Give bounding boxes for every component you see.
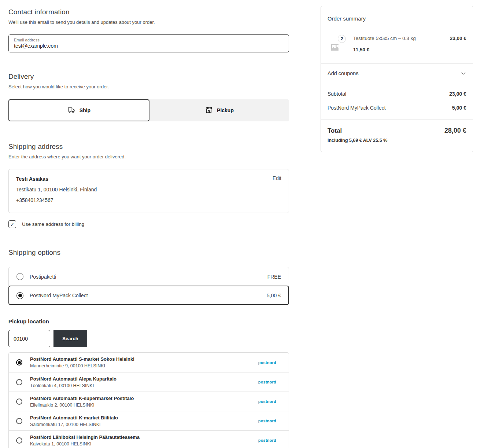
pickup-location-option[interactable]: PostNord Automaatti S-market Sokos Helsi… bbox=[9, 353, 289, 372]
pickup-location-name: PostNord Automaatti Alepa Kuparitalo bbox=[30, 376, 258, 382]
pickup-location-option[interactable]: PostNord Lähiboksi Helsingin Päärautatie… bbox=[9, 430, 289, 448]
address-street: Testikatu 1, 00100 Helsinki, Finland bbox=[16, 187, 281, 192]
subtotal-row: Subtotal 23,00 € bbox=[328, 87, 466, 101]
checkout-form: Contact information We'll use this email… bbox=[8, 8, 289, 448]
order-summary-title: Order summary bbox=[328, 15, 466, 22]
address-card: Testi Asiakas Testikatu 1, 00100 Helsink… bbox=[8, 169, 289, 213]
email-field-label: Email address bbox=[14, 38, 284, 42]
postnord-logo: postnord bbox=[258, 380, 276, 384]
pickup-location-option[interactable]: PostNord Automaatti K-market Biilitalo S… bbox=[9, 411, 289, 430]
email-field[interactable] bbox=[14, 43, 284, 49]
product-info: Testituote 5x5x5 cm – 0.3 kg 23,00 € 11,… bbox=[353, 35, 466, 52]
ship-toggle-label: Ship bbox=[79, 107, 90, 113]
postnord-logo: postnord bbox=[258, 419, 276, 423]
postnord-logo: postnord bbox=[258, 438, 276, 443]
product-unit-price: 11,50 € bbox=[353, 47, 466, 52]
shipping-option-price: FREE bbox=[267, 274, 281, 280]
pickup-location-list: PostNord Automaatti S-market Sokos Helsi… bbox=[8, 352, 289, 448]
product-line-total: 23,00 € bbox=[450, 36, 466, 41]
pickup-location-text: PostNord Automaatti K-market Biilitalo S… bbox=[30, 415, 258, 427]
pickup-location-title: Pickup location bbox=[8, 318, 289, 324]
shipping-options-list: Postipaketti FREE PostNord MyPack Collec… bbox=[8, 267, 289, 305]
pickup-location-text: PostNord Automaatti S-market Sokos Helsi… bbox=[30, 356, 258, 368]
address-name: Testi Asiakas bbox=[16, 176, 281, 182]
subtotal-value: 23,00 € bbox=[449, 91, 466, 97]
product-thumbnail-wrapper: 2 bbox=[328, 35, 346, 52]
contact-subtitle: We'll use this email to send you details… bbox=[8, 19, 289, 25]
tax-note: Including 5,69 € ALV 25.5 % bbox=[328, 138, 466, 143]
contact-title: Contact information bbox=[8, 8, 289, 16]
delivery-subtitle: Select how you would like to receive you… bbox=[8, 84, 289, 89]
delivery-section: Delivery Select how you would like to re… bbox=[8, 73, 289, 121]
chevron-down-icon bbox=[460, 70, 466, 76]
shipping-option-postipaketti[interactable]: Postipaketti FREE bbox=[9, 267, 289, 286]
grand-total-section: Total 28,00 € Including 5,69 € ALV 25.5 … bbox=[321, 119, 473, 152]
delivery-method-toggle: Ship Pickup bbox=[8, 99, 289, 121]
contact-section: Contact information We'll use this email… bbox=[8, 8, 289, 52]
postcode-input[interactable] bbox=[8, 330, 50, 347]
pickup-search-row: Search bbox=[8, 330, 289, 347]
pickup-location-text: PostNord Automaatti Alepa Kuparitalo Töö… bbox=[30, 376, 258, 388]
shipping-option-postnord-mypack[interactable]: PostNord MyPack Collect 5,00 € bbox=[9, 286, 289, 305]
radio-icon[interactable] bbox=[16, 418, 22, 424]
order-summary-header: Order summary bbox=[321, 6, 473, 22]
search-button[interactable]: Search bbox=[53, 330, 87, 347]
shipping-cost-label: PostNord MyPack Collect bbox=[328, 105, 386, 111]
pickup-location-text: PostNord Automaatti K-supermarket Postit… bbox=[30, 396, 258, 408]
shipping-cost-value: 5,00 € bbox=[452, 105, 466, 111]
pickup-location-name: PostNord Automaatti K-supermarket Postit… bbox=[30, 396, 258, 401]
billing-checkbox[interactable]: ✓ bbox=[8, 220, 16, 228]
checkmark-icon: ✓ bbox=[10, 221, 15, 227]
pickup-location-text: PostNord Lähiboksi Helsingin Päärautatie… bbox=[30, 434, 258, 447]
radio-icon[interactable] bbox=[16, 292, 23, 299]
postnord-logo: postnord bbox=[258, 360, 276, 365]
shipping-address-title: Shipping address bbox=[8, 143, 289, 151]
pickup-location-address: Mannerheimintie 9, 00100 HELSINKI bbox=[30, 363, 258, 368]
truck-icon bbox=[67, 106, 75, 115]
billing-checkbox-row: ✓ Use same address for billing bbox=[8, 220, 289, 228]
billing-checkbox-label: Use same address for billing bbox=[22, 221, 84, 227]
radio-icon[interactable] bbox=[16, 379, 22, 385]
totals-section: Subtotal 23,00 € PostNord MyPack Collect… bbox=[321, 83, 473, 119]
total-value: 28,00 € bbox=[444, 127, 466, 135]
pickup-toggle-label: Pickup bbox=[217, 107, 234, 113]
ship-toggle-button[interactable]: Ship bbox=[8, 99, 149, 121]
product-name: Testituote 5x5x5 cm – 0.3 kg bbox=[353, 36, 416, 41]
pickup-location-address: Töölönkatu 4, 00100 HELSINKI bbox=[30, 383, 258, 388]
pickup-location-address: Salomonkatu 17, 00100 HELSINKI bbox=[30, 422, 258, 427]
total-label: Total bbox=[328, 127, 342, 135]
shipping-option-label: PostNord MyPack Collect bbox=[30, 293, 267, 298]
shipping-cost-row: PostNord MyPack Collect 5,00 € bbox=[328, 101, 466, 115]
email-field-wrapper: Email address bbox=[8, 34, 289, 52]
shipping-option-label: Postipaketti bbox=[30, 274, 267, 280]
address-phone: +358401234567 bbox=[16, 197, 281, 203]
pickup-location-name: PostNord Automaatti K-market Biilitalo bbox=[30, 415, 258, 421]
order-item-row: 2 Testituote 5x5x5 cm – 0.3 kg 23,00 € 1… bbox=[321, 22, 473, 63]
shipping-options-section: Shipping options Postipaketti FREE PostN… bbox=[8, 249, 289, 305]
pickup-location-name: PostNord Lähiboksi Helsingin Päärautatie… bbox=[30, 434, 258, 440]
pickup-location-option[interactable]: PostNord Automaatti Alepa Kuparitalo Töö… bbox=[9, 372, 289, 392]
subtotal-label: Subtotal bbox=[328, 91, 346, 97]
store-icon bbox=[205, 106, 213, 115]
delivery-title: Delivery bbox=[8, 73, 289, 81]
pickup-location-section: Pickup location Search PostNord Automaat… bbox=[8, 318, 289, 448]
shipping-option-price: 5,00 € bbox=[267, 293, 281, 298]
pickup-location-address: Elielinaukio 2, 00100 HELSINKI bbox=[30, 403, 258, 408]
shipping-address-subtitle: Enter the address where you want your or… bbox=[8, 154, 289, 159]
order-summary-card: Order summary 2 Testituote 5x5x5 cm – 0.… bbox=[321, 6, 473, 152]
postnord-logo: postnord bbox=[258, 399, 276, 404]
radio-icon[interactable] bbox=[16, 437, 22, 444]
add-coupons-toggle[interactable]: Add coupons bbox=[321, 63, 473, 83]
radio-icon[interactable] bbox=[16, 273, 23, 280]
checkout-page: Contact information We'll use this email… bbox=[0, 0, 481, 448]
radio-icon[interactable] bbox=[16, 399, 22, 405]
radio-icon[interactable] bbox=[16, 359, 22, 366]
edit-address-link[interactable]: Edit bbox=[273, 175, 281, 181]
add-coupons-label: Add coupons bbox=[328, 70, 359, 76]
image-placeholder-icon bbox=[330, 43, 339, 52]
quantity-badge: 2 bbox=[338, 35, 346, 43]
pickup-location-option[interactable]: PostNord Automaatti K-supermarket Postit… bbox=[9, 392, 289, 411]
shipping-address-section: Shipping address Enter the address where… bbox=[8, 143, 289, 228]
pickup-toggle-button[interactable]: Pickup bbox=[149, 99, 289, 121]
pickup-location-name: PostNord Automaatti S-market Sokos Helsi… bbox=[30, 356, 258, 362]
